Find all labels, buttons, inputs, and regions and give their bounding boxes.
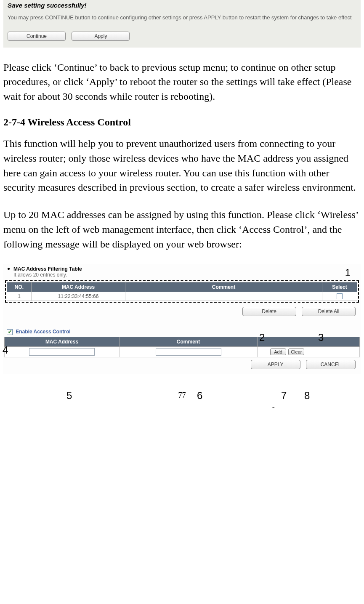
callout-5: 5 [66,390,72,402]
cell-mac: 11:22:33:44:55:66 [32,292,125,301]
access-control-panel-wrapper: MAC Address Filtering Table It allows 20… [3,264,361,375]
cell-add-clear: Add Clear [258,347,360,357]
filter-table-highlight: NO. MAC Address Comment Select 1 11:22:3… [5,280,359,303]
header-mac-add: MAC Address [5,337,120,347]
cell-comment-input [120,347,258,357]
row-select-checkbox[interactable] [337,293,343,299]
table-header-row: MAC Address Comment [5,337,360,347]
add-mac-table: MAC Address Comment Add Clear [4,337,360,357]
continue-button[interactable]: Continue [8,32,66,41]
cancel-button[interactable]: CANCEL [306,360,356,369]
save-setting-title: Save setting successfully! [8,2,356,9]
header-mac: MAC Address [32,282,125,292]
clear-button[interactable]: Clear [288,349,304,355]
table-row: Add Clear [5,347,360,357]
callout-9: 9 [271,405,276,409]
enable-access-control-label: Enable Access Control [16,329,70,335]
bullet-icon [8,268,10,270]
apply-cancel-row: APPLY CANCEL [4,357,360,370]
paragraph-mac-limit: Up to 20 MAC addresses can be assigned b… [3,208,361,251]
section-title: 2-7-4 Wireless Access Control [3,117,361,128]
table-row: 1 11:22:33:44:55:66 [7,292,357,301]
header-comment: Comment [125,282,322,292]
delete-button[interactable]: Delete [242,307,296,316]
paragraph-continue-apply: Please click ‘Continue’ to back to previ… [3,60,361,104]
apply-button[interactable]: Apply [72,32,130,41]
delete-all-button[interactable]: Delete All [302,307,356,316]
enable-access-control-checkbox[interactable] [7,329,13,335]
comment-input[interactable] [156,348,221,356]
mac-address-input[interactable] [29,348,95,356]
add-button[interactable]: Add [270,349,286,355]
cell-mac-input [5,347,120,357]
cell-comment [125,292,322,301]
filter-title-row: MAC Address Filtering Table It allows 20… [4,265,360,278]
paragraph-function-desc: This function will help you to prevent u… [3,136,361,195]
header-select: Select [322,282,357,292]
callout-6: 6 [197,390,202,402]
save-setting-box: Save setting successfully! You may press… [3,0,361,48]
callout-3: 3 [318,332,324,343]
mac-filter-table: NO. MAC Address Comment Select 1 11:22:3… [7,282,357,301]
header-comment-add: Comment [120,337,258,347]
enable-access-control-row: Enable Access Control [4,328,360,337]
table-header-row: NO. MAC Address Comment Select [7,282,357,292]
filter-table-title: MAC Address Filtering Table [13,266,82,272]
cell-no: 1 [7,292,32,301]
filter-table-buttons: Delete Delete All [4,304,360,319]
save-setting-text: You may press CONTINUE button to continu… [8,14,356,21]
callout-7: 7 [281,390,287,402]
cell-select [322,292,357,301]
callout-1: 1 [345,267,351,279]
callout-2: 2 [259,332,265,343]
header-actions [258,337,360,347]
access-control-panel: MAC Address Filtering Table It allows 20… [3,264,361,375]
filter-table-subtitle: It allows 20 entries only. [13,272,357,278]
header-no: NO. [7,282,32,292]
callout-8: 8 [304,390,310,402]
callout-4: 4 [3,344,8,356]
apply-settings-button[interactable]: APPLY [251,360,300,369]
